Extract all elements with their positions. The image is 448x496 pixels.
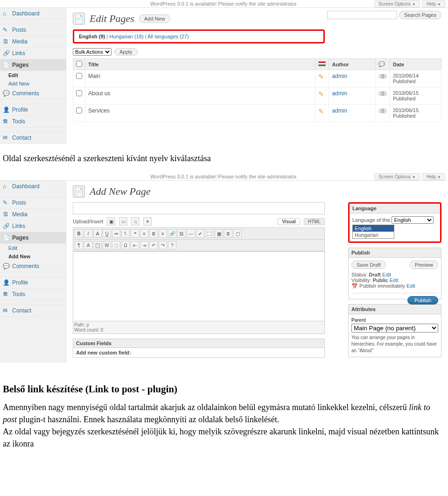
screen-options-button[interactable]: Screen Options ▼: [374, 173, 420, 180]
comment-count[interactable]: 0: [378, 108, 387, 113]
language-select[interactable]: English: [392, 216, 434, 224]
paste-word-button[interactable]: W: [103, 241, 111, 249]
char-button[interactable]: Ω: [121, 241, 130, 249]
row-title[interactable]: Services: [88, 107, 110, 114]
sidebar-item-dashboard[interactable]: ⌂Dashboard: [0, 181, 66, 192]
sidebar-sub-edit[interactable]: Edit: [0, 71, 66, 79]
bold-button[interactable]: B: [75, 229, 83, 238]
sidebar-item-tools[interactable]: 🛠Tools: [0, 116, 66, 128]
add-video-icon[interactable]: ▭: [119, 217, 127, 226]
ul-button[interactable]: ≔: [112, 229, 120, 238]
sidebar-item-comments[interactable]: 💬Comments: [0, 88, 66, 99]
language-option-hungarian[interactable]: Hungarian: [353, 232, 394, 238]
row-title[interactable]: Main: [88, 73, 100, 79]
lang-filter-english[interactable]: English (9): [79, 34, 105, 39]
format-button[interactable]: ¶: [75, 241, 83, 249]
sidebar-item-profile[interactable]: 👤Profile: [0, 277, 66, 289]
row-author[interactable]: admin: [332, 107, 347, 114]
underline-button[interactable]: U: [103, 229, 111, 238]
italic-button[interactable]: I: [84, 229, 92, 238]
help-icon[interactable]: ?: [168, 241, 176, 249]
publish-button[interactable]: Publish: [407, 296, 438, 305]
lang-filter-all[interactable]: All languages (27): [147, 34, 189, 39]
sidebar-item-pages[interactable]: 📄Pages: [0, 59, 66, 71]
row-checkbox[interactable]: [76, 73, 82, 79]
align-right-button[interactable]: ≡: [159, 229, 167, 238]
sidebar-item-profile[interactable]: 👤Profile: [0, 104, 66, 116]
sidebar-item-posts[interactable]: ✎Posts: [0, 24, 66, 36]
sidebar-item-dashboard[interactable]: ⌂Dashboard: [0, 8, 66, 20]
spell-button[interactable]: ✔: [196, 229, 204, 238]
add-new-button[interactable]: Add New: [139, 14, 170, 23]
row-author[interactable]: admin: [332, 73, 347, 79]
sidebar-item-links[interactable]: 🔗Links: [0, 48, 66, 59]
quote-button[interactable]: ❝: [131, 229, 139, 238]
sidebar-sub-addnew[interactable]: Add New: [0, 252, 66, 261]
sidebar-item-posts[interactable]: ✎Posts: [0, 197, 66, 209]
publish-heading: Publish: [349, 248, 441, 258]
save-draft-button[interactable]: Save Draft: [351, 261, 386, 269]
more-button[interactable]: —: [187, 229, 195, 238]
undo-button[interactable]: ↶: [149, 241, 158, 249]
fullscreen-button[interactable]: ⛶: [205, 229, 214, 238]
sidebar-item-tools[interactable]: 🛠Tools: [0, 289, 66, 300]
outdent-button[interactable]: ⇤: [131, 241, 139, 249]
lang-filter-hungarian[interactable]: Hungarian (18): [109, 34, 143, 39]
kitchensink-button[interactable]: ▦: [215, 229, 223, 238]
select-all-checkbox[interactable]: [76, 61, 82, 67]
ol-button[interactable]: ⒈: [121, 229, 130, 238]
status-edit-link[interactable]: Edit: [382, 272, 391, 277]
tab-visual[interactable]: Visual: [278, 218, 300, 225]
page-title-input[interactable]: [73, 202, 325, 214]
add-audio-icon[interactable]: ♫: [131, 217, 140, 226]
search-pages-button[interactable]: Search Pages: [399, 11, 441, 19]
add-media-icon[interactable]: ✶: [143, 217, 152, 226]
comment-count[interactable]: 0: [378, 91, 387, 96]
row-date: 2010/06/14: [393, 73, 419, 78]
indent-button[interactable]: ⇥: [140, 241, 148, 249]
extra-button[interactable]: ▢: [233, 229, 242, 238]
row-title[interactable]: About us: [88, 90, 110, 97]
row-checkbox[interactable]: [76, 90, 82, 96]
bulk-actions-select[interactable]: Bulk Actions: [73, 48, 112, 56]
comment-count[interactable]: 0: [378, 74, 387, 79]
sidebar-item-contact[interactable]: ✉Contact: [0, 132, 66, 144]
preview-button[interactable]: Preview: [410, 261, 438, 269]
add-image-icon[interactable]: ▣: [107, 217, 115, 226]
sidebar-item-contact[interactable]: ✉Contact: [0, 305, 66, 317]
linktopost-icon[interactable]: 🗎: [224, 229, 232, 238]
content-editor[interactable]: [73, 251, 325, 321]
sidebar-item-media[interactable]: 🖻Media: [0, 209, 66, 220]
tab-html[interactable]: HTML: [304, 218, 325, 225]
sidebar-sub-edit[interactable]: Edit: [0, 244, 66, 252]
sidebar-item-links[interactable]: 🔗Links: [0, 220, 66, 232]
language-option-english[interactable]: English: [353, 225, 394, 232]
row-checkbox[interactable]: [76, 107, 82, 113]
search-input[interactable]: [327, 11, 397, 19]
sidebar-item-pages[interactable]: 📄Pages: [0, 232, 66, 244]
align-center-button[interactable]: ≣: [149, 229, 158, 238]
strike-button[interactable]: A: [93, 229, 102, 238]
sidebar-sub-addnew[interactable]: Add New: [0, 79, 66, 88]
parent-select[interactable]: Main Page (no parent): [351, 324, 438, 333]
pencil-icon[interactable]: ✎: [318, 90, 324, 98]
schedule-edit-link[interactable]: Edit: [406, 283, 415, 289]
align-left-button[interactable]: ≡: [140, 229, 148, 238]
unlink-button[interactable]: ⛓: [177, 229, 186, 238]
apply-button[interactable]: Apply: [114, 48, 138, 56]
sidebar-item-comments[interactable]: 💬Comments: [0, 261, 66, 272]
paste-button[interactable]: 📋: [93, 241, 102, 249]
visibility-edit-link[interactable]: Edit: [390, 277, 399, 283]
screenshot-add-new-page: WordPress 3.0.1 is available! Please not…: [0, 173, 448, 362]
pencil-icon[interactable]: ✎: [318, 107, 324, 115]
color-button[interactable]: A: [84, 241, 92, 249]
redo-button[interactable]: ↷: [159, 241, 167, 249]
row-author[interactable]: admin: [332, 90, 347, 97]
link-button[interactable]: 🔗: [168, 229, 176, 238]
screen-options-button[interactable]: Screen Options ▼: [374, 0, 420, 7]
help-button[interactable]: Help ▼: [422, 173, 445, 180]
pencil-icon[interactable]: ✎: [318, 73, 324, 80]
clear-button[interactable]: ◌: [112, 241, 120, 249]
sidebar-item-media[interactable]: 🖻Media: [0, 36, 66, 48]
help-button[interactable]: Help ▼: [422, 0, 445, 7]
